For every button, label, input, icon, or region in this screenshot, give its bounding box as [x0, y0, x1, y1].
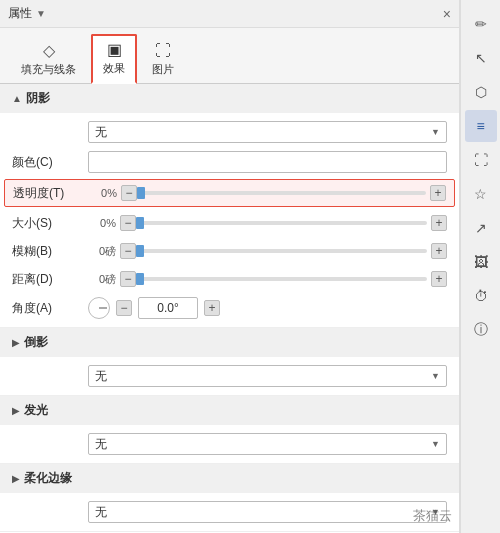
shadow-type-value: 无	[95, 124, 107, 141]
angle-input[interactable]: 0.0°	[138, 297, 198, 319]
color-picker[interactable]	[88, 151, 447, 173]
sidebar-clock-icon[interactable]: ⏱	[465, 280, 497, 312]
distance-row: 距离(D) 0磅 − +	[0, 265, 459, 293]
section-soft-edge: ▶ 柔化边缘 无 ▼	[0, 464, 459, 532]
sidebar-shape-icon[interactable]: ⬡	[465, 76, 497, 108]
section-glow-header[interactable]: ▶ 发光	[0, 396, 459, 425]
sidebar-image-insert-icon[interactable]: ⛶	[465, 144, 497, 176]
color-control	[88, 151, 447, 173]
transparency-minus[interactable]: −	[121, 185, 137, 201]
size-track[interactable]	[140, 221, 427, 225]
glow-title: 发光	[24, 402, 48, 419]
blur-slider-row: 0磅 − +	[88, 243, 447, 259]
angle-plus[interactable]: +	[204, 300, 220, 316]
angle-label: 角度(A)	[12, 300, 82, 317]
reflection-type-arrow: ▼	[431, 371, 440, 381]
effects-icon: ▣	[107, 40, 122, 59]
blur-plus[interactable]: +	[431, 243, 447, 259]
transparency-control: 0% − +	[89, 185, 446, 201]
blur-thumb	[136, 245, 144, 257]
shadow-title: 阴影	[26, 90, 50, 107]
blur-control: 0磅 − +	[88, 243, 447, 259]
angle-minus[interactable]: −	[116, 300, 132, 316]
glow-type-control: 无 ▼	[88, 433, 447, 455]
distance-control: 0磅 − +	[88, 271, 447, 287]
section-shadow: ▲ 阴影 无 ▼ 颜色(C)	[0, 84, 459, 328]
reflection-type-dropdown[interactable]: 无 ▼	[88, 365, 447, 387]
blur-track[interactable]	[140, 249, 427, 253]
glow-triangle: ▶	[12, 405, 20, 416]
soft-edge-title: 柔化边缘	[24, 470, 72, 487]
sidebar-gallery-icon[interactable]: 🖼	[465, 246, 497, 278]
fill-stroke-icon: ◇	[43, 41, 55, 60]
title-text: 属性	[8, 5, 32, 22]
reflection-triangle: ▶	[12, 337, 20, 348]
reflection-body: 无 ▼	[0, 357, 459, 395]
dropdown-icon[interactable]: ▼	[36, 8, 46, 19]
distance-minus[interactable]: −	[120, 271, 136, 287]
title-bar: 属性 ▼ ×	[0, 0, 459, 28]
distance-thumb	[136, 273, 144, 285]
sidebar-star-icon[interactable]: ☆	[465, 178, 497, 210]
tab-fill-stroke[interactable]: ◇ 填充与线条	[10, 36, 87, 83]
size-row: 大小(S) 0% − +	[0, 209, 459, 237]
distance-value: 0磅	[88, 272, 116, 287]
size-slider-row: 0% − +	[88, 215, 447, 231]
blur-row: 模糊(B) 0磅 − +	[0, 237, 459, 265]
reflection-type-control: 无 ▼	[88, 365, 447, 387]
blur-minus[interactable]: −	[120, 243, 136, 259]
size-plus[interactable]: +	[431, 215, 447, 231]
size-thumb	[136, 217, 144, 229]
section-reflection-header[interactable]: ▶ 倒影	[0, 328, 459, 357]
distance-track[interactable]	[140, 277, 427, 281]
glow-type-value: 无	[95, 436, 107, 453]
sidebar-properties-icon[interactable]: ≡	[465, 110, 497, 142]
tab-fill-stroke-label: 填充与线条	[21, 62, 76, 77]
section-reflection: ▶ 倒影 无 ▼	[0, 328, 459, 396]
transparency-thumb	[137, 187, 145, 199]
title-bar-left: 属性 ▼	[8, 5, 46, 22]
soft-edge-body: 无 ▼	[0, 493, 459, 531]
reflection-type-row: 无 ▼	[0, 361, 459, 391]
distance-label: 距离(D)	[12, 271, 82, 288]
sidebar-info-icon[interactable]: ⓘ	[465, 314, 497, 346]
color-label: 颜色(C)	[12, 154, 82, 171]
glow-body: 无 ▼	[0, 425, 459, 463]
shadow-type-dropdown[interactable]: 无 ▼	[88, 121, 447, 143]
size-label: 大小(S)	[12, 215, 82, 232]
distance-plus[interactable]: +	[431, 271, 447, 287]
sidebar-edit-icon[interactable]: ✏	[465, 8, 497, 40]
reflection-type-value: 无	[95, 368, 107, 385]
transparency-row: 透明度(T) 0% − +	[4, 179, 455, 207]
size-minus[interactable]: −	[120, 215, 136, 231]
angle-row-inner: − 0.0° +	[88, 297, 220, 319]
section-soft-edge-header[interactable]: ▶ 柔化边缘	[0, 464, 459, 493]
content-area: ▲ 阴影 无 ▼ 颜色(C)	[0, 84, 459, 533]
picture-icon: ⛶	[155, 42, 171, 60]
glow-type-dropdown[interactable]: 无 ▼	[88, 433, 447, 455]
transparency-plus[interactable]: +	[430, 185, 446, 201]
section-glow: ▶ 发光 无 ▼	[0, 396, 459, 464]
angle-row: 角度(A) − 0.0° +	[0, 293, 459, 323]
transparency-track[interactable]	[141, 191, 426, 195]
sidebar-share-icon[interactable]: ↗	[465, 212, 497, 244]
soft-edge-type-row: 无 ▼	[0, 497, 459, 527]
tab-picture-label: 图片	[152, 62, 174, 77]
soft-edge-type-dropdown[interactable]: 无 ▼	[88, 501, 447, 523]
size-value: 0%	[88, 217, 116, 229]
reflection-title: 倒影	[24, 334, 48, 351]
tabs-bar: ◇ 填充与线条 ▣ 效果 ⛶ 图片	[0, 28, 459, 84]
distance-slider-row: 0磅 − +	[88, 271, 447, 287]
watermark: 茶猫云	[413, 507, 452, 525]
tab-effects[interactable]: ▣ 效果	[91, 34, 137, 84]
tab-effects-label: 效果	[103, 61, 125, 76]
sidebar-cursor-icon[interactable]: ↖	[465, 42, 497, 74]
angle-dial[interactable]	[88, 297, 110, 319]
section-shadow-header[interactable]: ▲ 阴影	[0, 84, 459, 113]
shadow-type-control: 无 ▼	[88, 121, 447, 143]
right-sidebar: ✏ ↖ ⬡ ≡ ⛶ ☆ ↗ 🖼 ⏱ ⓘ	[460, 0, 500, 533]
main-panel: 属性 ▼ × ◇ 填充与线条 ▣ 效果 ⛶ 图片 ▲ 阴影	[0, 0, 460, 533]
shadow-body: 无 ▼ 颜色(C) 透明度(T)	[0, 113, 459, 327]
close-button[interactable]: ×	[443, 6, 451, 22]
tab-picture[interactable]: ⛶ 图片	[141, 37, 185, 83]
